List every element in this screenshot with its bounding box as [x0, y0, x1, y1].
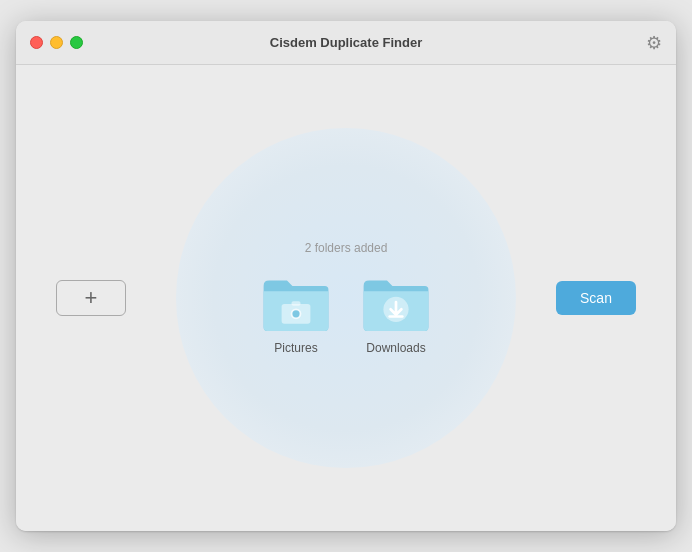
close-button[interactable]	[30, 36, 43, 49]
titlebar: Cisdem Duplicate Finder ⚙	[16, 21, 676, 65]
svg-point-2	[292, 310, 299, 317]
settings-icon[interactable]: ⚙	[646, 32, 662, 54]
scan-button[interactable]: Scan	[556, 281, 636, 315]
svg-rect-3	[292, 301, 301, 306]
main-content: + 2 folders added	[16, 65, 676, 531]
drop-zone[interactable]: 2 folders added	[176, 128, 516, 468]
folders-row: Pictures	[260, 273, 432, 355]
maximize-button[interactable]	[70, 36, 83, 49]
folder-item-downloads: Downloads	[360, 273, 432, 355]
pictures-label: Pictures	[274, 341, 317, 355]
app-window: Cisdem Duplicate Finder ⚙ + 2 folders ad…	[16, 21, 676, 531]
add-folder-button[interactable]: +	[56, 280, 126, 316]
pictures-folder-icon	[260, 273, 332, 333]
minimize-button[interactable]	[50, 36, 63, 49]
downloads-folder-icon	[360, 273, 432, 333]
traffic-lights	[30, 36, 83, 49]
folder-item-pictures: Pictures	[260, 273, 332, 355]
folders-count-label: 2 folders added	[305, 241, 388, 255]
window-title: Cisdem Duplicate Finder	[270, 35, 422, 50]
downloads-label: Downloads	[366, 341, 425, 355]
